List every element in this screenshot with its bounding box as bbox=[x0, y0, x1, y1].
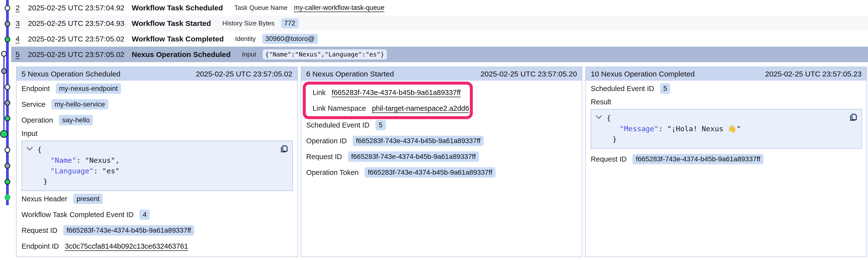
event-detail-panel: 6 Nexus Operation Started2025-02-25 UTC … bbox=[301, 67, 583, 257]
field-badge: say-hello bbox=[59, 115, 93, 125]
event-attribute-badge: 30960@totoro@ bbox=[262, 34, 318, 44]
timeline-event-dot bbox=[0, 131, 7, 138]
event-id-link[interactable]: 3 bbox=[16, 19, 21, 28]
detail-field-row: Request IDf665283f-743e-4374-b45b-9a61a8… bbox=[22, 223, 293, 238]
json-token: "Nexus" bbox=[85, 156, 115, 164]
json-token: "Message" bbox=[620, 124, 658, 133]
json-line: { bbox=[27, 145, 287, 155]
json-viewer: {"Name": "Nexus","Language": "es"} bbox=[22, 141, 293, 191]
chevron-down-icon[interactable] bbox=[26, 144, 33, 150]
json-line: { bbox=[596, 113, 857, 123]
field-badge: 4 bbox=[140, 210, 150, 220]
event-attribute-badge: 772 bbox=[281, 18, 299, 28]
event-history-row[interactable]: 52025-02-25 UTC 23:57:05.02Nexus Operati… bbox=[11, 47, 868, 62]
detail-field-row: Request IDf665283f-743e-4374-b45b-9a61a8… bbox=[591, 151, 862, 167]
field-label: Operation Token bbox=[306, 169, 359, 177]
event-attribute: Input{"Name":"Nexus","Language":"es"} bbox=[242, 49, 386, 60]
event-name: Workflow Task Completed bbox=[132, 35, 224, 43]
field-badge: 5 bbox=[660, 83, 671, 94]
detail-field-row: Link Namespacephil-target-namespace2.a2d… bbox=[313, 100, 470, 116]
event-timestamp: 2025-02-25 UTC 23:57:04.93 bbox=[28, 19, 125, 28]
field-label: Link Namespace bbox=[313, 104, 366, 112]
field-label: Input bbox=[22, 128, 293, 139]
json-token: : bbox=[94, 167, 102, 175]
field-label: Operation bbox=[22, 116, 53, 124]
detail-field-row: Nexus Headerpresent bbox=[22, 191, 293, 207]
event-id-link[interactable]: 4 bbox=[16, 35, 21, 43]
event-timestamp: 2025-02-25 UTC 23:57:05.02 bbox=[28, 50, 125, 59]
event-detail-panel: 5 Nexus Operation Scheduled2025-02-25 UT… bbox=[16, 67, 298, 257]
event-name: Workflow Task Started bbox=[132, 19, 211, 28]
panel-header: 10 Nexus Operation Completed2025-02-25 U… bbox=[586, 67, 867, 81]
event-detail-panels: 5 Nexus Operation Scheduled2025-02-25 UT… bbox=[16, 67, 867, 257]
field-badge: my-nexus-endpoint bbox=[56, 83, 121, 94]
detail-field-row: Servicemy-hello-service bbox=[22, 97, 293, 112]
timeline-event-dot bbox=[5, 100, 10, 105]
field-label: Nexus Header bbox=[22, 195, 67, 203]
json-viewer: {"Message": "¡Hola! Nexus 👋"} bbox=[591, 109, 862, 149]
json-token: { bbox=[37, 146, 41, 154]
event-id-link[interactable]: 5 bbox=[16, 50, 21, 59]
event-history-row[interactable]: 32025-02-25 UTC 23:57:04.93Workflow Task… bbox=[11, 15, 868, 31]
detail-field-row: Operation IDf665283f-743e-4374-b45b-9a61… bbox=[306, 133, 578, 149]
event-history-row[interactable]: 22025-02-25 UTC 23:57:04.92Workflow Task… bbox=[11, 0, 868, 15]
panel-body: Linkf665283f-743e-4374-b45b-9a61a89337ff… bbox=[301, 82, 582, 180]
event-id-link[interactable]: 2 bbox=[16, 4, 21, 12]
field-label: Request ID bbox=[591, 155, 626, 163]
link-highlight-box: Linkf665283f-743e-4374-b45b-9a61a89337ff… bbox=[303, 82, 473, 119]
json-token: { bbox=[607, 114, 611, 122]
json-token: "Language" bbox=[51, 167, 94, 175]
field-label: Endpoint ID bbox=[22, 242, 59, 250]
field-label: Scheduled Event ID bbox=[591, 85, 654, 93]
field-badge: f665283f-743e-4374-b45b-9a61a89337ff bbox=[63, 225, 194, 235]
field-badge: my-hello-service bbox=[52, 99, 108, 110]
field-badge: 5 bbox=[375, 120, 386, 130]
copy-button[interactable] bbox=[849, 112, 858, 122]
panel-title: 5 Nexus Operation Scheduled bbox=[22, 70, 120, 78]
timeline-event-dot bbox=[5, 179, 10, 184]
timeline-event-dot bbox=[1, 69, 6, 74]
detail-field-row: Operationsay-hello bbox=[22, 112, 293, 128]
detail-field-row: Endpoint ID3c0c75ccfa8144b092c13ce632463… bbox=[22, 238, 293, 254]
field-link[interactable]: 3c0c75ccfa8144b092c13ce632463761 bbox=[65, 242, 188, 250]
field-label: Request ID bbox=[22, 226, 57, 234]
panel-body: Scheduled Event ID5Result{"Message": "¡H… bbox=[586, 81, 867, 167]
copy-button[interactable] bbox=[280, 144, 288, 153]
event-timestamp: 2025-02-25 UTC 23:57:04.92 bbox=[28, 4, 125, 12]
json-token: "¡Hola! Nexus 👋" bbox=[667, 124, 741, 133]
event-attribute: Task Queue Namemy-caller-workflow-task-q… bbox=[234, 4, 384, 11]
event-attribute-label: History Size Bytes bbox=[222, 20, 275, 27]
field-label: Operation ID bbox=[306, 137, 347, 145]
event-history-rows: 22025-02-25 UTC 23:57:04.92Workflow Task… bbox=[11, 0, 868, 62]
json-line: "Message": "¡Hola! Nexus 👋" bbox=[596, 123, 857, 134]
detail-field-row: Linkf665283f-743e-4374-b45b-9a61a89337ff bbox=[313, 85, 470, 100]
event-attribute: History Size Bytes772 bbox=[222, 18, 299, 28]
event-attribute: Identity30960@totoro@ bbox=[235, 34, 318, 44]
timeline-event-dot bbox=[1, 51, 6, 56]
json-token: "es" bbox=[102, 167, 120, 175]
timeline-event-dot bbox=[5, 37, 10, 42]
event-history-row[interactable]: 42025-02-25 UTC 23:57:05.02Workflow Task… bbox=[11, 31, 868, 47]
event-attribute-label: Input bbox=[242, 50, 256, 58]
field-label: Link bbox=[313, 88, 326, 97]
field-label: Request ID bbox=[306, 153, 342, 161]
detail-field-row: Request IDf665283f-743e-4374-b45b-9a61a8… bbox=[306, 149, 578, 164]
panel-timestamp: 2025-02-25 UTC 23:57:05.20 bbox=[480, 70, 577, 78]
event-detail-panel: 10 Nexus Operation Completed2025-02-25 U… bbox=[585, 67, 867, 257]
chevron-down-icon[interactable] bbox=[596, 112, 602, 119]
event-attribute-link[interactable]: my-caller-workflow-task-queue bbox=[294, 4, 384, 11]
detail-field-row: Scheduled Event ID5 bbox=[306, 117, 578, 133]
json-token: } bbox=[43, 177, 48, 186]
panel-timestamp: 2025-02-25 UTC 23:57:05.23 bbox=[765, 70, 862, 78]
field-label: Service bbox=[22, 100, 45, 109]
field-link[interactable]: phil-target-namespace2.a2dd6 bbox=[372, 104, 469, 112]
timeline-event-dot bbox=[5, 85, 10, 89]
timeline-event-dot bbox=[5, 22, 10, 26]
field-badge: f665283f-743e-4374-b45b-9a61a89337ff bbox=[632, 154, 764, 164]
json-token: , bbox=[115, 156, 119, 164]
field-link[interactable]: f665283f-743e-4374-b45b-9a61a89337ff bbox=[332, 88, 461, 97]
json-line: "Name": "Nexus", bbox=[27, 155, 287, 166]
detail-field-row: Workflow Task Completed Event ID4 bbox=[22, 207, 293, 223]
event-attribute-label: Task Queue Name bbox=[234, 4, 287, 11]
event-name: Nexus Operation Scheduled bbox=[132, 50, 230, 59]
